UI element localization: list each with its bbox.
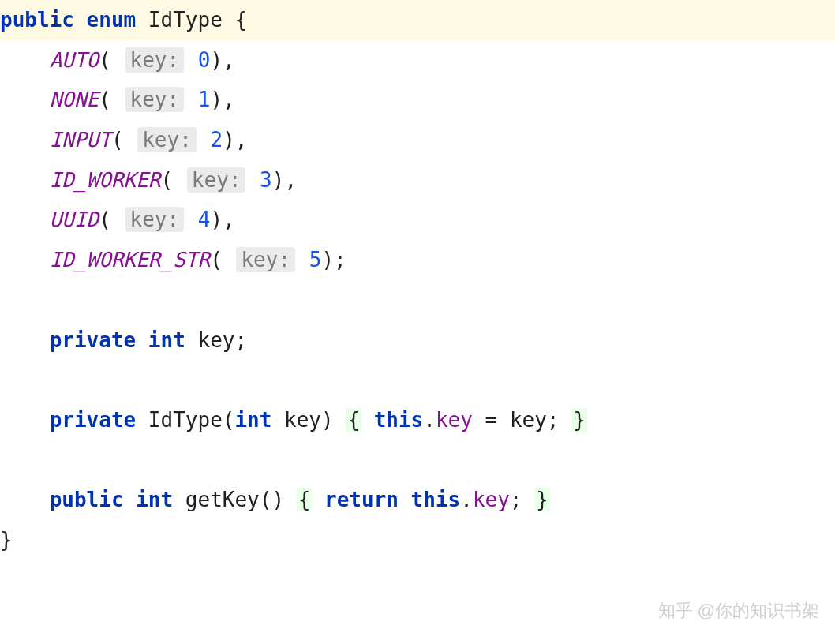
field-name: key bbox=[197, 328, 234, 352]
enum-constant: UUID bbox=[50, 208, 99, 231]
param-hint: key: bbox=[137, 127, 197, 152]
param-name: key bbox=[284, 408, 321, 432]
code-line: NONE( key: 1), bbox=[0, 80, 835, 120]
constructor-name: IdType bbox=[148, 408, 223, 432]
class-name: IdType bbox=[148, 8, 223, 32]
param-hint: key: bbox=[236, 247, 295, 272]
keyword-int: int bbox=[136, 488, 173, 511]
brace-close-folded: } bbox=[534, 488, 550, 511]
field-ref: key bbox=[436, 408, 473, 432]
number-literal: 2 bbox=[211, 128, 223, 152]
param-hint: key: bbox=[125, 87, 185, 112]
keyword-int: int bbox=[148, 328, 185, 352]
keyword-this: this bbox=[374, 408, 424, 432]
number-literal: 5 bbox=[309, 248, 322, 271]
enum-constant: NONE bbox=[50, 88, 99, 111]
code-line: AUTO( key: 0), bbox=[0, 40, 835, 80]
brace-close: } bbox=[0, 528, 13, 552]
keyword-enum: enum bbox=[87, 8, 137, 32]
number-literal: 4 bbox=[198, 208, 211, 231]
code-line: public enum IdType { bbox=[0, 0, 835, 40]
code-line: ID_WORKER_STR( key: 5); bbox=[0, 240, 835, 280]
enum-constant: ID_WORKER_STR bbox=[50, 248, 211, 271]
code-line: private IdType(int key) { this.key = key… bbox=[0, 400, 835, 440]
code-line: UUID( key: 4), bbox=[0, 200, 835, 240]
brace-open-folded: { bbox=[297, 488, 313, 511]
keyword-public: public bbox=[50, 488, 124, 511]
enum-constant: ID_WORKER bbox=[50, 168, 161, 192]
brace-open: { bbox=[234, 8, 247, 32]
field-ref: key bbox=[473, 488, 510, 511]
code-line: INPUT( key: 2), bbox=[0, 120, 835, 160]
code-line: public int getKey() { return this.key; } bbox=[0, 480, 835, 520]
code-line-empty bbox=[0, 360, 835, 400]
keyword-int: int bbox=[234, 408, 271, 432]
enum-constant: AUTO bbox=[50, 48, 99, 72]
number-literal: 3 bbox=[260, 168, 272, 192]
keyword-this: this bbox=[411, 488, 461, 511]
code-line-empty bbox=[0, 440, 835, 481]
identifier: key bbox=[510, 408, 547, 432]
param-hint: key: bbox=[187, 167, 246, 193]
param-hint: key: bbox=[125, 207, 185, 232]
number-literal: 1 bbox=[198, 88, 211, 111]
keyword-return: return bbox=[324, 488, 399, 511]
code-line: } bbox=[0, 520, 835, 560]
method-name: getKey bbox=[185, 488, 260, 511]
brace-close-folded: } bbox=[571, 408, 587, 432]
keyword-public: public bbox=[0, 8, 74, 32]
code-line: private int key; bbox=[0, 320, 835, 361]
code-editor[interactable]: public enum IdType { AUTO( key: 0), NONE… bbox=[0, 0, 835, 560]
number-literal: 0 bbox=[198, 48, 211, 72]
param-hint: key: bbox=[125, 47, 185, 73]
keyword-private: private bbox=[50, 328, 137, 352]
enum-constant: INPUT bbox=[50, 128, 111, 152]
code-line: ID_WORKER( key: 3), bbox=[0, 160, 835, 200]
brace-open-folded: { bbox=[346, 408, 361, 432]
code-line-empty bbox=[0, 280, 835, 320]
keyword-private: private bbox=[50, 408, 137, 432]
